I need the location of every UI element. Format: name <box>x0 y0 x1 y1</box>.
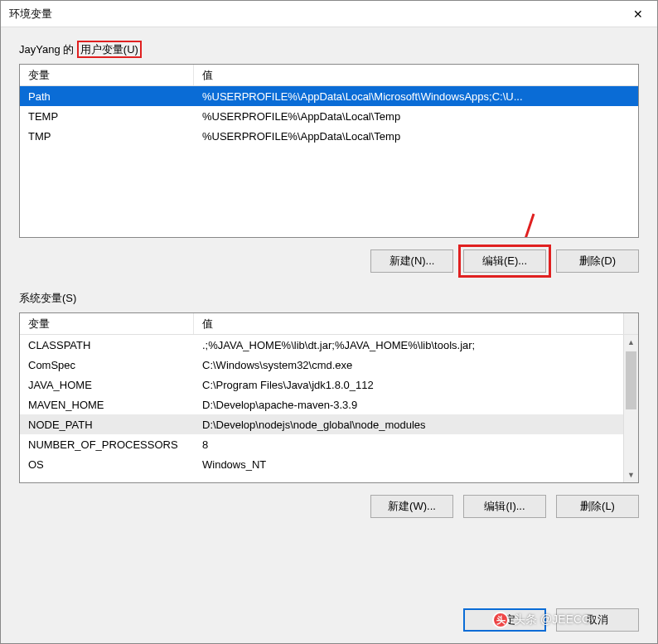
ok-button[interactable]: 确定 <box>463 608 546 632</box>
var-name: TEMP <box>20 110 194 123</box>
user-button-row: 新建(N)... 编辑(E)... 删除(D) <box>19 249 639 273</box>
delete-user-var-button[interactable]: 删除(D) <box>556 249 639 273</box>
var-value: %USERPROFILE%\AppData\Local\Microsoft\Wi… <box>194 90 638 103</box>
var-name: OS <box>20 458 194 471</box>
env-vars-window: 环境变量 ✕ JayYang 的 用户变量(U) 变量 值 Path %USER… <box>0 0 658 644</box>
delete-system-var-button[interactable]: 删除(L) <box>556 495 639 518</box>
header-scroll-corner <box>623 313 638 334</box>
var-value: %USERPROFILE%\AppData\Local\Temp <box>194 110 638 123</box>
dialog-content: JayYang 的 用户变量(U) 变量 值 Path %USERPROFILE… <box>1 27 657 568</box>
var-name: NUMBER_OF_PROCESSORS <box>20 438 194 451</box>
dialog-footer: 确定 取消 <box>463 608 639 632</box>
var-name: Path <box>20 90 194 103</box>
col-header-value[interactable]: 值 <box>194 313 623 334</box>
var-value: D:\Develop\nodejs\node_global\node_modul… <box>194 419 623 431</box>
window-title: 环境变量 <box>9 7 52 22</box>
list-header: 变量 值 <box>20 65 638 86</box>
scroll-thumb[interactable] <box>626 351 636 409</box>
list-row[interactable]: JAVA_HOME C:\Program Files\Java\jdk1.8.0… <box>20 375 623 395</box>
list-row[interactable]: TEMP %USERPROFILE%\AppData\Local\Temp <box>20 106 638 126</box>
edit-system-var-button[interactable]: 编辑(I)... <box>463 495 546 518</box>
scroll-down-icon[interactable]: ▼ <box>624 467 638 482</box>
list-row[interactable]: ComSpec C:\Windows\system32\cmd.exe <box>20 355 623 375</box>
close-icon: ✕ <box>633 7 643 21</box>
var-name: CLASSPATH <box>20 339 194 351</box>
user-list-body: Path %USERPROFILE%\AppData\Local\Microso… <box>20 86 638 146</box>
svg-line-0 <box>501 214 534 238</box>
list-row[interactable]: NUMBER_OF_PROCESSORS 8 <box>20 434 623 454</box>
col-header-value[interactable]: 值 <box>194 65 638 85</box>
new-system-var-button[interactable]: 新建(W)... <box>370 495 453 518</box>
list-row[interactable]: CLASSPATH .;%JAVA_HOME%\lib\dt.jar;%JAVA… <box>20 335 623 355</box>
list-row[interactable]: Path %USERPROFILE%\AppData\Local\Microso… <box>20 86 638 106</box>
var-value: C:\Program Files\Java\jdk1.8.0_112 <box>194 379 623 391</box>
list-row[interactable]: OS Windows_NT <box>20 454 623 474</box>
list-header: 变量 值 <box>20 313 638 335</box>
var-name: ComSpec <box>20 359 194 371</box>
user-vars-list[interactable]: 变量 值 Path %USERPROFILE%\AppData\Local\Mi… <box>19 64 639 238</box>
vertical-scrollbar[interactable]: ▲ ▼ <box>623 335 638 482</box>
col-header-variable[interactable]: 变量 <box>20 65 194 85</box>
scroll-up-icon[interactable]: ▲ <box>624 335 638 350</box>
system-button-row: 新建(W)... 编辑(I)... 删除(L) <box>19 495 639 518</box>
var-value: 8 <box>194 438 623 451</box>
list-row[interactable]: NODE_PATH D:\Develop\nodejs\node_global\… <box>20 414 623 434</box>
close-button[interactable]: ✕ <box>619 1 657 27</box>
user-vars-highlight: 用户变量(U) <box>77 41 142 58</box>
col-header-variable[interactable]: 变量 <box>20 313 194 334</box>
list-row[interactable]: MAVEN_HOME D:\Develop\apache-maven-3.3.9 <box>20 395 623 414</box>
var-value: C:\Windows\system32\cmd.exe <box>194 359 623 371</box>
user-vars-label: JayYang 的 用户变量(U) <box>19 42 639 57</box>
edit-user-var-button[interactable]: 编辑(E)... <box>463 249 546 273</box>
arrow-annotation-icon <box>484 206 550 238</box>
cancel-button[interactable]: 取消 <box>556 608 639 632</box>
var-name: TMP <box>20 130 194 143</box>
new-user-var-button[interactable]: 新建(N)... <box>370 249 453 273</box>
var-value: .;%JAVA_HOME%\lib\dt.jar;%JAVA_HOME%\lib… <box>194 339 623 351</box>
titlebar: 环境变量 ✕ <box>1 1 657 27</box>
var-value: Windows_NT <box>194 458 623 471</box>
user-vars-prefix: JayYang 的 <box>19 43 77 56</box>
list-row[interactable]: TMP %USERPROFILE%\AppData\Local\Temp <box>20 126 638 146</box>
var-value: D:\Develop\apache-maven-3.3.9 <box>194 399 623 411</box>
var-name: NODE_PATH <box>20 419 194 431</box>
var-name: MAVEN_HOME <box>20 399 194 411</box>
var-name: JAVA_HOME <box>20 379 194 391</box>
var-value: %USERPROFILE%\AppData\Local\Temp <box>194 130 638 143</box>
system-vars-label: 系统变量(S) <box>19 291 639 306</box>
system-vars-list[interactable]: 变量 值 CLASSPATH .;%JAVA_HOME%\lib\dt.jar;… <box>19 312 639 483</box>
system-list-body: CLASSPATH .;%JAVA_HOME%\lib\dt.jar;%JAVA… <box>20 335 638 474</box>
